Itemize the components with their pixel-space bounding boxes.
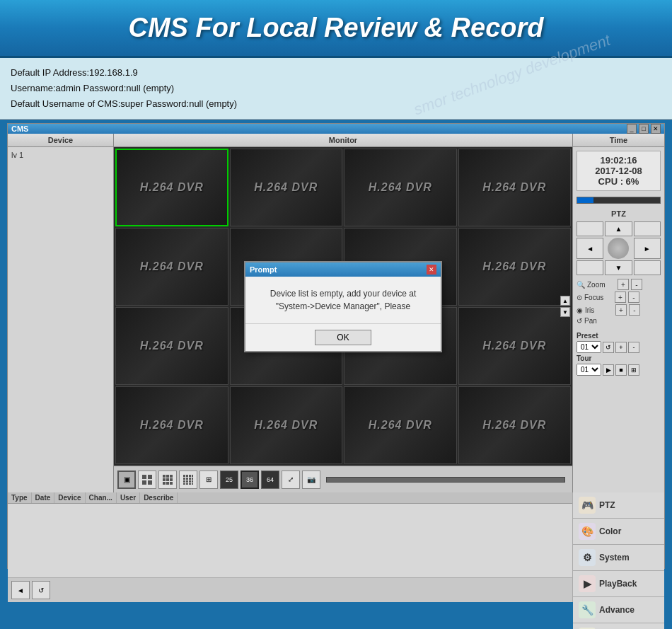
- svg-rect-16: [192, 475, 193, 477]
- advance-sidebar-button[interactable]: 🔧 Advance: [573, 597, 664, 623]
- ptz-up-button[interactable]: ▲: [605, 221, 632, 236]
- zoom-icon: 🔍: [577, 281, 585, 289]
- ptz-down-button[interactable]: ▼: [605, 260, 632, 275]
- ptz-sidebar-icon: 🎮: [579, 497, 596, 514]
- ptz-upleft-button[interactable]: [577, 221, 603, 236]
- layout-64-button[interactable]: 64: [261, 471, 279, 489]
- fullscreen-button[interactable]: ⤢: [282, 471, 300, 489]
- cpu-usage: CPU : 6%: [581, 176, 656, 187]
- log-col-date: Date: [32, 492, 55, 503]
- info-line3: Default Username of CMS:super Password:n…: [11, 96, 661, 112]
- svg-rect-9: [170, 478, 173, 481]
- advance-sidebar-icon: 🔧: [579, 601, 596, 618]
- tour-label: Tour: [577, 354, 661, 362]
- svg-rect-7: [163, 478, 166, 481]
- svg-rect-14: [186, 475, 188, 477]
- focus-plus-button[interactable]: +: [615, 292, 626, 303]
- zoom-plus-button[interactable]: +: [618, 279, 629, 290]
- dialog-overlay: Prompt ✕ Device list is empty, add your …: [114, 147, 572, 466]
- preset-row: 01 ↺ + -: [577, 341, 661, 353]
- tour-play-button[interactable]: ▶: [603, 364, 614, 376]
- close-button[interactable]: ✕: [651, 124, 661, 134]
- layout-2x2-button[interactable]: [138, 471, 156, 489]
- playback-sidebar-button[interactable]: ▶ PlayBack: [573, 571, 664, 597]
- layout-4x4-button[interactable]: [179, 471, 197, 489]
- playback-sidebar-label: PlayBack: [599, 579, 637, 589]
- system-sidebar-label: System: [599, 553, 630, 562]
- tour-grid-button[interactable]: ⊞: [628, 364, 639, 376]
- log-col-type: Type: [8, 492, 32, 503]
- bottom-combined: Type Date Device Chan... User Describe ◄…: [8, 492, 664, 602]
- preset-refresh-button[interactable]: ↺: [603, 342, 614, 353]
- iris-icon: ◉: [577, 306, 583, 314]
- ptz-downright-button[interactable]: [634, 260, 661, 275]
- device-panel-header: Device: [8, 134, 113, 147]
- logout-sidebar-button[interactable]: 🚪 LogOut: [573, 623, 664, 629]
- color-sidebar-icon: 🎨: [579, 523, 596, 540]
- layout-36-button[interactable]: 36: [241, 471, 259, 489]
- dialog-close-button[interactable]: ✕: [427, 265, 436, 275]
- color-sidebar-button[interactable]: 🎨 Color: [573, 519, 664, 545]
- zoom-label: Zoom: [587, 281, 615, 289]
- current-time: 19:02:16: [581, 155, 656, 166]
- ptz-left-button[interactable]: ◄: [577, 238, 603, 259]
- iris-minus-button[interactable]: -: [629, 304, 640, 316]
- system-sidebar-button[interactable]: ⚙ System: [573, 545, 664, 571]
- svg-rect-12: [170, 482, 173, 485]
- layout-25-button[interactable]: 25: [220, 471, 238, 489]
- volume-slider[interactable]: [326, 477, 565, 483]
- ptz-right-button[interactable]: ►: [634, 238, 661, 259]
- ptz-iris-row: ◉ Iris + -: [577, 304, 661, 316]
- svg-rect-18: [186, 478, 188, 480]
- tour-select[interactable]: 01: [577, 364, 601, 376]
- cpu-bar: [577, 197, 593, 203]
- preset-section: Preset 01 ↺ + - Tour 01 ▶ ■ ⊞: [577, 332, 661, 377]
- log-next-button[interactable]: ↺: [32, 581, 50, 599]
- ptz-downleft-button[interactable]: [577, 260, 603, 275]
- dialog-title: Prompt: [250, 265, 277, 274]
- cms-titlebar: CMS _ □ ✕: [8, 124, 664, 134]
- log-content: [8, 504, 572, 577]
- prompt-dialog: Prompt ✕ Device list is empty, add your …: [244, 261, 442, 352]
- svg-rect-8: [166, 478, 169, 481]
- svg-rect-26: [186, 483, 188, 485]
- cpu-bar-container: [577, 197, 661, 204]
- preset-add-button[interactable]: +: [615, 342, 627, 353]
- info-line2: Username:admin Password:null (empty): [11, 81, 661, 96]
- preset-select[interactable]: 01: [577, 341, 601, 353]
- current-date: 2017-12-08: [581, 166, 656, 176]
- layout-1x1-button[interactable]: ▣: [117, 471, 136, 489]
- device-tree-item: lv 1: [11, 151, 23, 159]
- log-col-describe: Describe: [140, 492, 178, 503]
- svg-rect-24: [192, 480, 193, 483]
- svg-rect-23: [189, 480, 191, 483]
- svg-rect-2: [142, 480, 146, 485]
- snap-button[interactable]: 📷: [302, 471, 320, 489]
- info-line1: Default IP Address:192.168.1.9: [11, 65, 661, 81]
- tour-row: 01 ▶ ■ ⊞: [577, 364, 661, 376]
- iris-plus-button[interactable]: +: [615, 304, 627, 316]
- playback-sidebar-icon: ▶: [579, 575, 596, 592]
- time-panel-header: Time: [573, 134, 664, 147]
- ptz-upright-button[interactable]: [634, 221, 661, 236]
- cms-window-title: CMS: [11, 125, 28, 133]
- tour-stop-button[interactable]: ■: [615, 364, 627, 376]
- focus-minus-button[interactable]: -: [628, 292, 639, 303]
- ptz-focus-row: ⊙ Focus + -: [577, 292, 661, 303]
- log-prev-button[interactable]: ◄: [11, 581, 30, 599]
- layout-custom-button[interactable]: ⊞: [199, 471, 218, 489]
- svg-rect-10: [163, 482, 166, 485]
- layout-3x3-button[interactable]: [158, 471, 177, 489]
- ptz-center-button[interactable]: [608, 238, 629, 259]
- log-col-chan: Chan...: [86, 492, 117, 503]
- zoom-minus-button[interactable]: -: [631, 279, 642, 290]
- preset-delete-button[interactable]: -: [628, 342, 639, 353]
- iris-label: Iris: [585, 306, 613, 314]
- log-col-device: Device: [54, 492, 85, 503]
- ptz-sidebar-button[interactable]: 🎮 PTZ: [573, 492, 664, 519]
- svg-rect-25: [183, 483, 185, 485]
- minimize-button[interactable]: _: [627, 124, 637, 134]
- svg-rect-21: [183, 480, 185, 483]
- dialog-ok-button[interactable]: OK: [315, 330, 371, 345]
- restore-button[interactable]: □: [639, 124, 649, 134]
